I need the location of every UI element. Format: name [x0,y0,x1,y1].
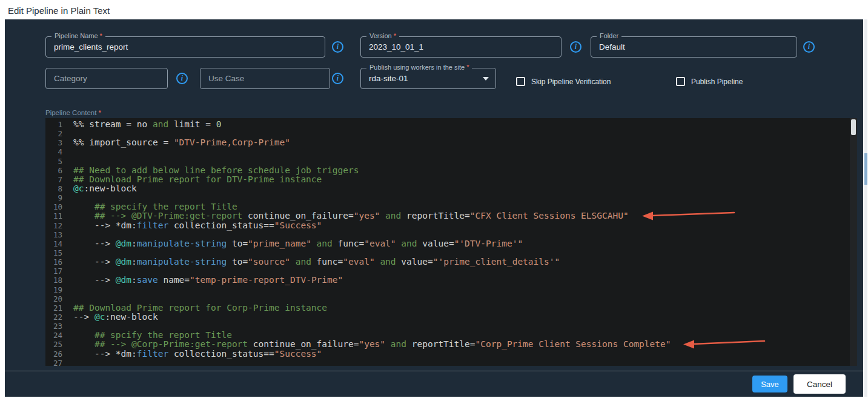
code-line: --> *dm:filter collection_status=="Succe… [73,221,849,230]
site-select[interactable]: Publish using workers in the site * rda-… [360,68,496,89]
folder-value: Default [599,42,625,51]
code-line: %% stream = no and limit = 0 [73,120,849,129]
version-label: Version * [366,32,399,39]
pipeline-content-label: Pipeline Content * [45,109,101,116]
edit-pipeline-screen: Edit Pipeline in Plain Text Pipeline Nam… [0,0,868,404]
code-line: ## Download Prime report for DTV-Prime i… [73,175,849,184]
edit-pipeline-modal: Pipeline Name * prime_clients_report i V… [5,19,863,397]
code-line [73,294,849,303]
line-number: 11 [45,211,73,220]
chevron-down-icon[interactable] [483,77,489,81]
category-placeholder: Category [54,74,87,83]
line-number: 20 [45,294,73,303]
line-number: 21 [45,303,73,313]
folder-info-icon[interactable]: i [803,41,815,53]
cancel-button[interactable]: Cancel [793,374,846,394]
pipeline-content-editor[interactable]: 1234567891011121314151617181920212223242… [45,118,857,366]
pipeline-name-field[interactable]: Pipeline Name * prime_clients_report [45,36,325,58]
code-line: ## --> @Corp-Prime:get-report continue_o… [73,340,849,349]
line-number: 19 [45,285,73,294]
code-line: --> @dm:manipulate-string to="prime_name… [73,239,849,248]
code-line [73,193,849,202]
version-field[interactable]: Version * 2023_10_01_1 [360,36,562,58]
code-line [73,157,849,166]
use-case-placeholder: Use Case [208,74,244,83]
dialog-title: Edit Pipeline in Plain Text [8,5,110,16]
line-number: 17 [45,267,73,276]
folder-label: Folder [597,32,621,39]
line-number: 16 [45,257,73,267]
code-line: @c:new-block [73,184,849,193]
line-number: 13 [45,230,73,239]
code-line: --> @c:new-block [73,313,849,322]
line-number: 25 [45,340,73,349]
editor-scrollbar-thumb[interactable] [851,119,856,135]
category-info-icon[interactable]: i [176,73,188,84]
page-scrollbar[interactable] [864,19,867,397]
line-number-gutter: 1234567891011121314151617181920212223242… [45,120,73,366]
code-line: ## spcify the report Title [73,331,849,340]
publish-pipeline-checkbox[interactable]: Publish Pipeline [676,77,743,86]
skip-pipeline-verification-label: Skip Pipeline Verification [531,78,611,86]
code-line [73,322,849,331]
save-button[interactable]: Save [752,376,787,392]
code-line: --> @dm:save name="temp-prime-report_DTV… [73,276,849,285]
line-number: 26 [45,349,73,359]
line-number: 9 [45,193,73,202]
checkbox-box-icon[interactable] [516,77,525,86]
code-line: ## --> @DTV-Prime:get-report continue_on… [73,211,849,220]
code-line: ## Download Prime report for Corp-Prime … [73,303,849,313]
publish-pipeline-label: Publish Pipeline [691,78,743,86]
footer-divider [5,371,863,371]
line-number: 12 [45,221,73,230]
code-line: --> *dm:filter collection_status=="Succe… [73,349,849,359]
folder-field[interactable]: Folder Default [591,36,797,58]
use-case-info-icon[interactable]: i [332,73,343,84]
site-label: Publish using workers in the site * [366,64,472,71]
code-line [73,359,849,366]
code-line [73,267,849,276]
version-value: 2023_10_01_1 [369,42,423,51]
code-line [73,248,849,257]
page-scrollbar-thumb[interactable] [864,153,867,185]
code-line [73,230,849,239]
code-line [73,147,849,156]
line-number: 27 [45,359,73,366]
required-marker: * [394,32,396,39]
code-lines[interactable]: %% stream = no and limit = 0 %% import_s… [73,120,849,366]
code-line: --> @dm:manipulate-string to="source" an… [73,257,849,267]
version-info-icon[interactable]: i [570,41,581,53]
line-number: 6 [45,166,73,175]
line-number: 4 [45,147,73,156]
line-number: 23 [45,322,73,331]
use-case-field[interactable]: Use Case [200,68,330,89]
code-line: ## Need to add below line before schedul… [73,166,849,175]
line-number: 14 [45,239,73,248]
skip-pipeline-verification-checkbox[interactable]: Skip Pipeline Verification [516,77,611,86]
line-number: 18 [45,276,73,285]
required-marker: * [100,32,102,39]
site-value: rda-site-01 [369,74,408,83]
code-line: ## specify the report Title [73,202,849,211]
line-number: 1 [45,120,73,129]
checkbox-box-icon[interactable] [676,77,685,86]
line-number: 22 [45,313,73,322]
pipeline-name-info-icon[interactable]: i [332,41,343,53]
line-number: 15 [45,248,73,257]
code-line [73,129,849,138]
line-number: 5 [45,157,73,166]
line-number: 24 [45,331,73,340]
pipeline-name-value: prime_clients_report [54,42,128,51]
line-number: 2 [45,129,73,138]
editor-vertical-scrollbar[interactable] [850,118,857,366]
line-number: 8 [45,184,73,193]
code-line: %% import_source = "DTV-Prime,Corp-Prime… [73,138,849,147]
required-marker: * [466,64,469,71]
pipeline-name-label: Pipeline Name * [51,32,105,39]
line-number: 3 [45,138,73,147]
line-number: 7 [45,175,73,184]
line-number: 10 [45,202,73,211]
code-line [73,285,849,294]
category-field[interactable]: Category [45,68,168,89]
required-marker: * [99,109,101,116]
